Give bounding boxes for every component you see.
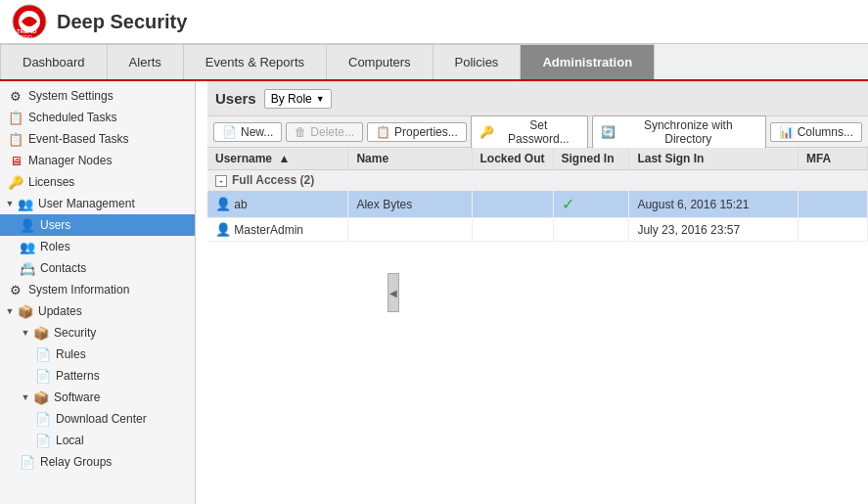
new-button[interactable]: 📄 New... — [213, 122, 282, 142]
col-username[interactable]: Username ▲ — [207, 148, 348, 170]
sidebar-item-relay-groups[interactable]: 📄 Relay Groups — [0, 451, 195, 473]
software-icon: 📦 — [33, 389, 49, 405]
sort-arrow-icon: ▲ — [278, 152, 290, 165]
gear-icon: ⚙ — [8, 88, 23, 104]
cell-name: Alex Bytes — [348, 191, 472, 218]
delete-button[interactable]: 🗑 Delete... — [286, 122, 363, 142]
sidebar-collapse-button[interactable]: ◀ — [388, 273, 399, 312]
user-row-icon: 👤 — [215, 197, 231, 211]
svg-text:MICRO: MICRO — [16, 34, 32, 39]
properties-icon: 📋 — [376, 125, 390, 139]
sidebar-label-contacts: Contacts — [40, 261, 86, 275]
cell-mfa — [798, 218, 867, 242]
col-last-sign-in[interactable]: Last Sign In — [629, 148, 799, 170]
cell-username: 👤 MasterAdmin — [207, 218, 348, 242]
sidebar-label-users: Users — [40, 218, 70, 232]
sidebar: ⚙ System Settings 📋 Scheduled Tasks 📋 Ev… — [0, 81, 196, 504]
sidebar-item-contacts[interactable]: 📇 Contacts — [0, 257, 195, 279]
columns-icon: 📊 — [779, 125, 794, 139]
sidebar-label-security: Security — [54, 326, 96, 340]
sidebar-label-rules: Rules — [56, 347, 86, 361]
tab-dashboard[interactable]: Dashboard — [0, 44, 108, 79]
synchronize-label: Synchronize with Directory — [619, 118, 757, 146]
contacts-icon: 📇 — [20, 260, 35, 276]
set-password-button[interactable]: 🔑 Set Password... — [471, 115, 588, 149]
sidebar-item-system-settings[interactable]: ⚙ System Settings — [0, 85, 195, 107]
cell-locked-out — [472, 218, 553, 242]
table-row[interactable]: 👤 MasterAdminJuly 23, 2016 23:57 — [207, 218, 868, 242]
cell-name — [348, 218, 472, 242]
tab-policies[interactable]: Policies — [434, 44, 522, 79]
new-label: New... — [241, 125, 273, 139]
tab-alerts[interactable]: Alerts — [108, 44, 184, 79]
sidebar-item-licenses[interactable]: 🔑 Licenses — [0, 171, 195, 193]
synchronize-button[interactable]: 🔄 Synchronize with Directory — [592, 115, 766, 149]
sidebar-item-download-center[interactable]: 📄 Download Center — [0, 408, 195, 430]
sidebar-group-user-management[interactable]: ▼ 👥 User Management — [0, 193, 195, 214]
users-icon: 👤 — [20, 217, 35, 233]
tab-administration[interactable]: Administration — [521, 44, 655, 79]
scheduled-tasks-icon: 📋 — [8, 110, 23, 125]
sidebar-label-download-center: Download Center — [56, 412, 147, 426]
sidebar-item-manager-nodes[interactable]: 🖥 Manager Nodes — [0, 150, 195, 171]
cell-signed-in — [553, 218, 629, 242]
key-icon: 🔑 — [480, 125, 494, 139]
group-name: Full Access (2) — [232, 173, 314, 187]
sidebar-group-software[interactable]: ▼ 📦 Software — [0, 387, 195, 408]
tab-events-reports[interactable]: Events & Reports — [184, 44, 327, 79]
properties-button[interactable]: 📋 Properties... — [367, 122, 467, 142]
rules-icon: 📄 — [35, 346, 51, 362]
sidebar-item-users[interactable]: 👤 Users — [0, 214, 195, 236]
sidebar-item-system-information[interactable]: ⚙ System Information — [0, 279, 195, 300]
chevron-down-icon: ▼ — [316, 94, 325, 104]
sidebar-group-security[interactable]: ▼ 📦 Security — [0, 322, 195, 344]
sidebar-label-local: Local — [56, 434, 84, 447]
app-title: Deep Security — [57, 11, 187, 33]
cell-locked-out — [472, 191, 553, 218]
col-signed-in[interactable]: Signed In — [553, 148, 629, 170]
table-row[interactable]: 👤 abAlex Bytes✓August 6, 2016 15:21 — [207, 191, 868, 218]
download-center-icon: 📄 — [35, 411, 51, 427]
col-locked-out[interactable]: Locked Out — [472, 148, 553, 170]
filter-dropdown[interactable]: By Role ▼ — [264, 89, 332, 109]
main-area: ⚙ System Settings 📋 Scheduled Tasks 📋 Ev… — [0, 81, 868, 504]
chevron-left-icon: ◀ — [389, 288, 397, 298]
table-header-row: Username ▲ Name Locked Out Signed In — [207, 148, 868, 170]
sidebar-label-user-management: User Management — [38, 197, 135, 210]
sidebar-item-event-based-tasks[interactable]: 📋 Event-Based Tasks — [0, 128, 195, 150]
group-toggle-icon[interactable]: - — [215, 175, 227, 187]
toolbar: 📄 New... 🗑 Delete... 📋 Properties... 🔑 S… — [207, 116, 868, 148]
user-row-icon: 👤 — [215, 222, 231, 237]
users-table-area: Username ▲ Name Locked Out Signed In — [207, 148, 868, 504]
nav-tabs: Dashboard Alerts Events & Reports Comput… — [0, 44, 868, 81]
sidebar-item-roles[interactable]: 👥 Roles — [0, 236, 195, 257]
sidebar-item-scheduled-tasks[interactable]: 📋 Scheduled Tasks — [0, 107, 195, 128]
set-password-label: Set Password... — [498, 118, 579, 146]
collapse-updates-icon: ▼ — [4, 305, 16, 317]
col-mfa[interactable]: MFA — [798, 148, 867, 170]
content-header: Users By Role ▼ — [207, 81, 868, 116]
table-body: -Full Access (2)👤 abAlex Bytes✓August 6,… — [207, 170, 868, 242]
filter-label: By Role — [271, 92, 312, 106]
cell-mfa — [798, 191, 867, 218]
patterns-icon: 📄 — [35, 368, 51, 384]
tab-computers[interactable]: Computers — [327, 44, 434, 79]
delete-icon: 🗑 — [295, 125, 306, 139]
licenses-icon: 🔑 — [8, 174, 23, 190]
sidebar-item-local[interactable]: 📄 Local — [0, 430, 195, 451]
columns-button[interactable]: 📊 Columns... — [770, 122, 862, 142]
sidebar-item-rules[interactable]: 📄 Rules — [0, 344, 195, 365]
security-icon: 📦 — [33, 325, 49, 341]
app-logo: TREND MICRO — [12, 4, 47, 39]
cell-username: 👤 ab — [207, 191, 348, 218]
sidebar-group-updates[interactable]: ▼ 📦 Updates — [0, 300, 195, 322]
cell-last-sign-in: August 6, 2016 15:21 — [629, 191, 799, 218]
local-icon: 📄 — [35, 433, 51, 448]
columns-label: Columns... — [798, 125, 853, 139]
sidebar-label-software: Software — [54, 390, 100, 404]
sidebar-item-patterns[interactable]: 📄 Patterns — [0, 365, 195, 387]
col-name[interactable]: Name — [348, 148, 472, 170]
user-management-icon: 👥 — [18, 196, 33, 211]
title-bar: TREND MICRO Deep Security — [0, 0, 868, 44]
content-panel: Users By Role ▼ 📄 New... 🗑 Delete... 📋 P… — [207, 81, 868, 504]
